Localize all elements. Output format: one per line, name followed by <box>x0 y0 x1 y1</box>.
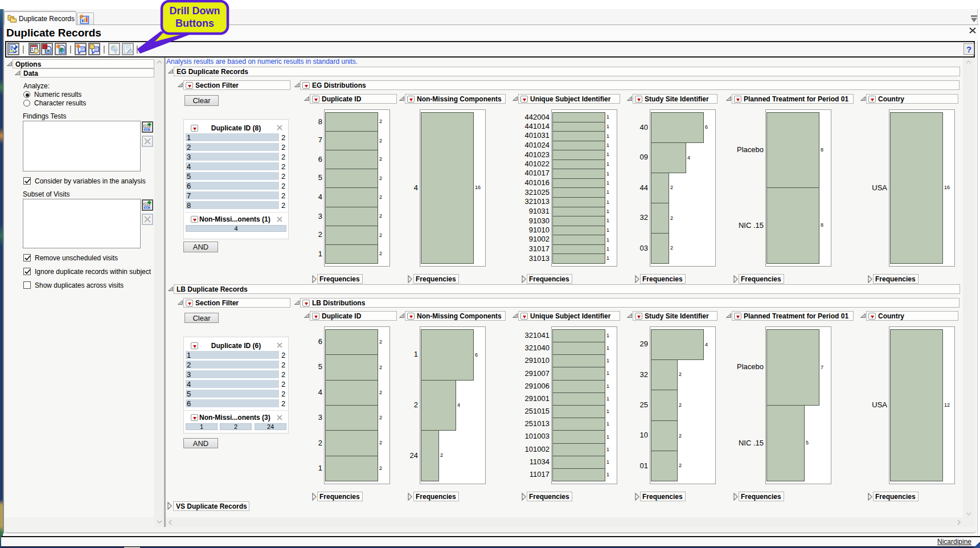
svg-text:Buttons: Buttons <box>175 18 214 29</box>
svg-text:Drill Down: Drill Down <box>170 5 220 17</box>
